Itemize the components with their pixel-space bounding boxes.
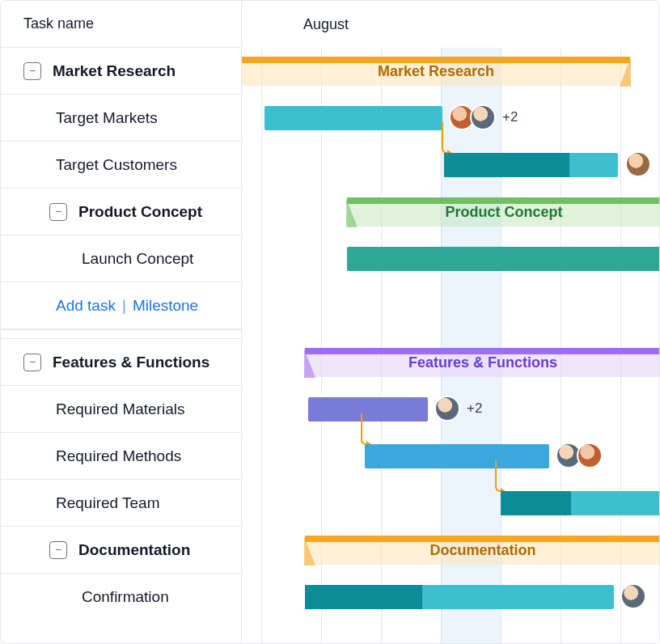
- add-task-row: Add task | Milestone: [1, 282, 241, 329]
- task-bar-target-customers[interactable]: [444, 153, 618, 177]
- task-label: Target Customers: [56, 156, 177, 174]
- separator: |: [122, 297, 126, 315]
- chart-area[interactable]: Market Research +2: [242, 48, 659, 643]
- group-bar-features[interactable]: Features & Functions: [305, 348, 660, 377]
- group-bar-product-concept[interactable]: Product Concept: [347, 197, 660, 227]
- task-label: Target Markets: [56, 109, 158, 127]
- task-label: Required Team: [56, 494, 160, 512]
- group-row-market-research[interactable]: − Market Research: [1, 48, 241, 95]
- task-bar-required-team[interactable]: [501, 491, 660, 515]
- add-task-link[interactable]: Add task: [56, 297, 116, 315]
- subgroup-label: Product Concept: [78, 203, 202, 221]
- task-label: Launch Concept: [82, 250, 193, 268]
- task-name-header: Task name: [1, 1, 241, 48]
- group-bar-label: Features & Functions: [305, 348, 660, 377]
- group-bar-documentation[interactable]: Documentation: [305, 536, 660, 565]
- add-milestone-link[interactable]: Milestone: [133, 297, 198, 315]
- collapse-icon[interactable]: −: [49, 203, 67, 221]
- group-bar-market-research[interactable]: Market Research: [242, 57, 630, 86]
- task-row-required-materials[interactable]: Required Materials: [1, 386, 241, 433]
- task-row-confirmation[interactable]: Confirmation: [1, 574, 241, 621]
- avatar[interactable]: [470, 104, 496, 130]
- task-row-target-customers[interactable]: Target Customers: [1, 142, 241, 189]
- avatar[interactable]: [620, 583, 646, 609]
- more-assignees: +2: [467, 400, 482, 417]
- section-gap: [1, 329, 241, 339]
- task-label: Required Materials: [56, 400, 184, 418]
- collapse-icon[interactable]: −: [23, 354, 41, 371]
- more-assignees: +2: [502, 109, 518, 125]
- task-label: Confirmation: [82, 588, 169, 606]
- month-label: August: [303, 16, 349, 33]
- task-bar-required-methods[interactable]: [365, 444, 549, 468]
- task-row-required-methods[interactable]: Required Methods: [1, 433, 241, 480]
- timeline-header: August: [242, 1, 659, 48]
- task-bar-launch-concept[interactable]: [347, 247, 660, 271]
- group-bar-label: Product Concept: [347, 197, 660, 227]
- subgroup-label: Documentation: [78, 541, 190, 559]
- task-bar-required-materials[interactable]: [308, 397, 428, 422]
- task-bar-confirmation[interactable]: [305, 585, 614, 609]
- avatar[interactable]: [625, 151, 651, 177]
- collapse-icon[interactable]: −: [23, 62, 41, 80]
- task-name-header-label: Task name: [23, 15, 94, 32]
- task-row-launch-concept[interactable]: Launch Concept: [1, 235, 241, 282]
- task-list-panel: Task name − Market Research Target Marke…: [1, 1, 242, 643]
- group-bar-label: Documentation: [305, 536, 660, 565]
- group-label: Market Research: [53, 62, 176, 80]
- avatar[interactable]: [577, 443, 603, 468]
- gantt-chart-panel: August Market Research: [242, 1, 659, 643]
- subgroup-row-documentation[interactable]: − Documentation: [1, 527, 241, 574]
- avatar[interactable]: [434, 396, 460, 422]
- collapse-icon[interactable]: −: [49, 541, 67, 559]
- task-row-target-markets[interactable]: Target Markets: [1, 95, 241, 142]
- gantt-container: Task name − Market Research Target Marke…: [0, 0, 660, 644]
- task-bar-target-markets[interactable]: [264, 106, 442, 130]
- task-row-required-team[interactable]: Required Team: [1, 480, 241, 527]
- group-label: Features & Functions: [53, 354, 209, 371]
- task-label: Required Methods: [56, 447, 181, 465]
- subgroup-row-product-concept[interactable]: − Product Concept: [1, 189, 241, 235]
- group-row-features[interactable]: − Features & Functions: [1, 339, 241, 386]
- group-bar-label: Market Research: [242, 57, 630, 86]
